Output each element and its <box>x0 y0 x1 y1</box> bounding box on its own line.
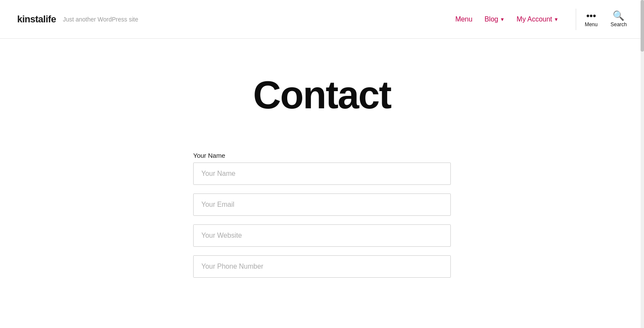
phone-input[interactable] <box>193 255 451 278</box>
email-input[interactable] <box>193 193 451 216</box>
dots-menu-icon: ••• <box>586 11 596 21</box>
site-header: kinstalife Just another WordPress site M… <box>0 0 644 39</box>
menu-icon-button[interactable]: ••• Menu <box>585 11 598 28</box>
email-form-group <box>193 193 451 216</box>
search-icon-button[interactable]: 🔍 Search <box>611 11 627 28</box>
site-tagline: Just another WordPress site <box>63 16 138 23</box>
header-left: kinstalife Just another WordPress site <box>17 14 138 25</box>
contact-form: Your Name <box>193 152 451 286</box>
header-right: Menu Blog ▼ My Account ▼ ••• Menu 🔍 Sear… <box>455 9 627 30</box>
menu-nav-link[interactable]: Menu <box>455 15 472 23</box>
name-label: Your Name <box>193 152 451 159</box>
name-input[interactable] <box>193 162 451 185</box>
blog-nav-link[interactable]: Blog ▼ <box>484 15 504 23</box>
scrollbar[interactable] <box>641 0 644 328</box>
header-divider <box>576 9 576 30</box>
my-account-chevron-icon: ▼ <box>554 17 559 22</box>
scrollbar-thumb[interactable] <box>641 0 644 52</box>
phone-form-group <box>193 255 451 278</box>
website-form-group <box>193 224 451 247</box>
site-title: kinstalife <box>17 14 56 25</box>
search-icon: 🔍 <box>613 11 624 21</box>
name-form-group: Your Name <box>193 152 451 185</box>
header-icon-group: ••• Menu 🔍 Search <box>585 11 627 28</box>
main-nav: Menu Blog ▼ My Account ▼ <box>455 15 559 23</box>
main-content: Contact Your Name <box>0 39 644 312</box>
page-title: Contact <box>253 73 391 117</box>
website-input[interactable] <box>193 224 451 247</box>
blog-chevron-icon: ▼ <box>500 17 504 22</box>
my-account-nav-link[interactable]: My Account ▼ <box>516 15 559 23</box>
